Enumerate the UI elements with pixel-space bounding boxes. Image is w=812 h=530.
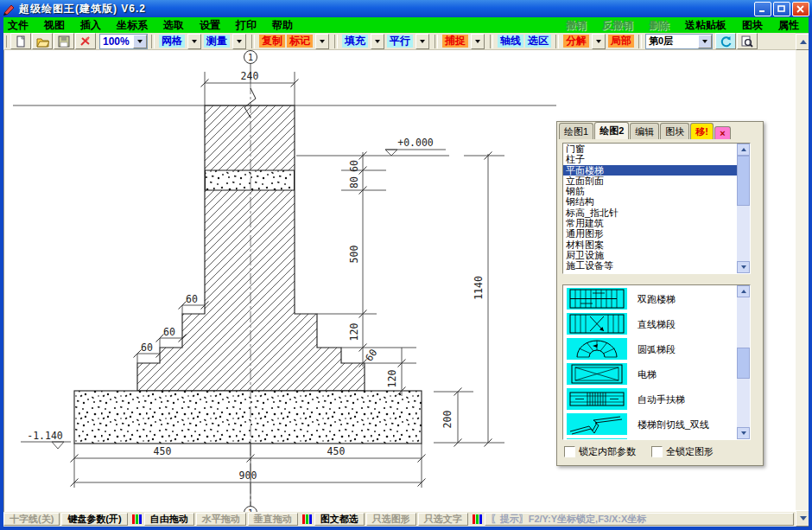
list-item[interactable]: 自动手扶梯: [563, 387, 750, 412]
zoom-combobox[interactable]: 100%: [99, 34, 148, 49]
list-item[interactable]: 立面剖面: [563, 176, 750, 186]
menu-properties[interactable]: 属性: [771, 18, 807, 33]
menu-print[interactable]: 打印: [228, 18, 264, 33]
list-item[interactable]: 厨卫设施: [563, 250, 750, 260]
menu-select[interactable]: 选取: [155, 18, 192, 33]
window-border-left: [0, 17, 3, 530]
grid-button[interactable]: 网格: [159, 35, 185, 48]
new-file-button[interactable]: [10, 33, 31, 49]
status-keyboard-params[interactable]: 键盘参数(开): [61, 513, 127, 526]
copy-button[interactable]: 复制: [259, 35, 285, 48]
status-crosshair[interactable]: 十字线(关): [3, 513, 60, 526]
transform-stamp-button[interactable]: [75, 33, 96, 49]
lock-all-shapes-checkbox[interactable]: [651, 446, 663, 457]
list-item[interactable]: 圆弧梯段: [563, 337, 750, 362]
lock-internal-params-checkbox[interactable]: [564, 446, 575, 457]
snap-dropdown-button[interactable]: [471, 34, 485, 49]
layer-value: 第0层: [646, 35, 676, 48]
list-item[interactable]: 钢结构: [563, 196, 750, 207]
category-scrollbar[interactable]: [737, 144, 750, 273]
zoom-dropdown-button[interactable]: [133, 35, 147, 48]
minimize-button[interactable]: [754, 2, 771, 16]
menu-view[interactable]: 视图: [36, 18, 73, 33]
status-horizontal-drag[interactable]: 水平拖动: [196, 513, 246, 526]
status-free-drag[interactable]: 自由拖动: [144, 513, 194, 526]
status-vertical-drag[interactable]: 垂直拖动: [248, 513, 298, 526]
tab-block[interactable]: 图块: [660, 123, 689, 139]
scroll-down-button[interactable]: [737, 261, 750, 273]
list-item[interactable]: 双跑楼梯: [563, 287, 750, 312]
tab-edit[interactable]: 编辑: [630, 123, 659, 139]
list-item[interactable]: 常用建筑: [563, 218, 750, 228]
close-button[interactable]: [792, 2, 809, 16]
list-item[interactable]: 通用图形: [563, 228, 750, 239]
menu-coordsys[interactable]: 坐标系: [109, 18, 155, 33]
panel-close-button[interactable]: ×: [714, 126, 731, 139]
layer-dropdown-button[interactable]: [698, 35, 712, 48]
mark-dropdown-button[interactable]: [315, 34, 329, 49]
list-item[interactable]: 材料图案: [563, 239, 750, 250]
list-item-selected[interactable]: 平面楼梯: [563, 165, 750, 176]
scrollbar-thumb[interactable]: [737, 348, 750, 379]
partial-button[interactable]: 局部: [608, 35, 634, 48]
dim-band-lower: 80: [348, 176, 360, 188]
grid-dropdown-button[interactable]: [187, 34, 201, 49]
chevron-down-icon: [192, 40, 197, 46]
tab-draw1[interactable]: 绘图1: [559, 123, 593, 139]
parallel-dropdown-button[interactable]: [416, 34, 429, 49]
mark-button[interactable]: 标记: [287, 35, 313, 48]
explode-dropdown-button[interactable]: [592, 34, 606, 49]
list-item[interactable]: 钢筋: [563, 186, 750, 196]
separator: [334, 35, 338, 48]
fill-button[interactable]: 填充: [342, 35, 368, 48]
menu-settings[interactable]: 设置: [192, 18, 228, 33]
list-item-partial[interactable]: [563, 437, 750, 439]
scroll-up-button[interactable]: [737, 144, 750, 156]
layer-combobox[interactable]: 第0层: [645, 34, 713, 49]
refresh-button[interactable]: [715, 33, 736, 49]
list-item[interactable]: 柱子: [563, 154, 750, 164]
dim-foot-total: 900: [239, 469, 257, 482]
menu-block[interactable]: 图块: [734, 18, 771, 33]
measure-button[interactable]: 测量: [204, 35, 230, 48]
stair-item-label: 圆弧梯段: [638, 343, 676, 356]
scrollbar-thumb[interactable]: [737, 156, 750, 206]
menu-to-clipboard[interactable]: 送粘贴板: [677, 18, 734, 33]
color-bars-icon: [132, 514, 142, 524]
save-button[interactable]: [54, 33, 74, 49]
tab-draw2[interactable]: 绘图2: [594, 122, 629, 139]
parallel-button[interactable]: 平行: [387, 35, 413, 48]
menu-file[interactable]: 文件: [0, 18, 36, 33]
menu-help[interactable]: 帮助: [264, 18, 301, 33]
canvas-vertical-scrollbar[interactable]: [796, 34, 809, 527]
axis-line-button[interactable]: 轴线: [498, 35, 523, 48]
list-item[interactable]: 直线梯段: [563, 312, 750, 337]
list-item[interactable]: 楼梯剖切线_双线: [563, 412, 750, 437]
tab-move[interactable]: 移!: [690, 123, 714, 139]
scroll-down-button[interactable]: [737, 427, 750, 439]
status-select-text[interactable]: 只选文字: [418, 513, 468, 526]
preview-button[interactable]: [737, 33, 758, 49]
list-item[interactable]: 电梯: [563, 362, 750, 387]
chevron-down-icon: [475, 40, 480, 46]
window-title: 超级绘图王(建筑版) V6.2: [19, 2, 146, 16]
fill-dropdown-button[interactable]: [371, 34, 384, 49]
explode-button[interactable]: 分解: [563, 35, 589, 48]
arrow-down-icon: [741, 431, 746, 437]
scroll-up-button[interactable]: [737, 285, 750, 297]
status-select-shapes[interactable]: 只选图形: [366, 513, 416, 526]
snap-button[interactable]: 捕捉: [442, 35, 468, 48]
stair-item-label: 电梯: [638, 368, 657, 381]
stair-scrollbar[interactable]: [737, 285, 750, 439]
list-item[interactable]: 施工设备等: [563, 260, 750, 271]
maximize-button[interactable]: [773, 2, 790, 16]
arrow-up-icon: [741, 287, 746, 293]
menu-insert[interactable]: 插入: [73, 18, 109, 33]
open-file-button[interactable]: [32, 33, 53, 49]
status-select-both[interactable]: 图文都选: [314, 513, 365, 526]
list-item[interactable]: 标高_指北针: [563, 208, 750, 218]
list-item[interactable]: 门窗: [563, 144, 750, 154]
dim-foot-left: 450: [154, 445, 172, 457]
region-button[interactable]: 选区: [525, 35, 551, 48]
measure-dropdown-button[interactable]: [232, 34, 246, 49]
